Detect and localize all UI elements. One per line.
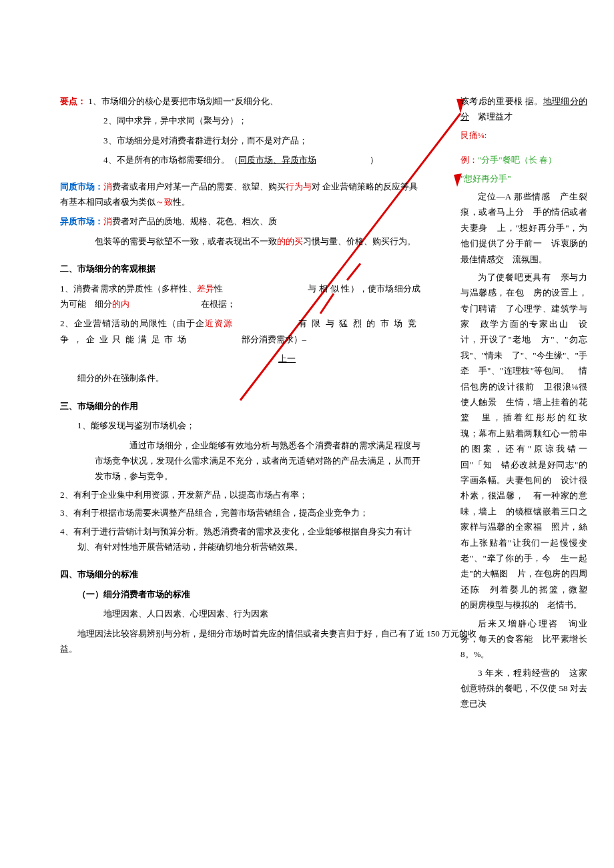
- side-p1: 定位—A 那些情感 产生裂痕，或者马上分 手的情侣或者夫妻身 上，"想好再分手"…: [460, 189, 587, 267]
- yizhi-market: 异质市场：消费者对产品的质地、规格、花色、档次、质: [60, 213, 420, 229]
- sec3-4: 4、有利于进行营销计划与预算分析。熟悉消费者的需求及变化，企业能够根据自身实力有…: [60, 524, 420, 555]
- kp4: 4、不是所有的市场都需要细分。（同质市场、异质市场）: [60, 152, 420, 167]
- sec4-items: 地理因素、人口因素、心理因素、行为因素: [60, 606, 420, 621]
- sec4-body: 地理因法比较容易辨别与分析，是细分市场时首先应的情侣或者夫妻言归于好，自己有了近…: [60, 626, 487, 657]
- keypoints: 要点： 1、市场细分的核心是要把市场划细一"反细分化、: [60, 93, 420, 109]
- side-intro2: 艮痛⅛:: [460, 127, 587, 143]
- example-line: 例："分手"餐吧（长 春）: [460, 152, 587, 167]
- sec2-item2: 2、企业营销活动的局限性（由于企近资源 有限与猛烈的市场竞争，企业只能满足市场 …: [60, 316, 420, 347]
- tongzhi-market: 同质市场：消费者或者用户对某一产品的需要、欲望、购买行为与对 企业营销策略的反应…: [60, 179, 420, 210]
- example-quote: "想好再分手": [460, 171, 587, 186]
- section-2-title: 二、市场细分的客观根据: [60, 261, 420, 276]
- sec3-2: 2、有利于企业集中利用资源，开发新产品，以提高市场占有率；: [60, 487, 420, 502]
- keypoints-label: 要点：: [60, 96, 86, 106]
- main-column: 要点： 1、市场细分的核心是要把市场划细一"反细分化、 2、同中求异，异中求同（…: [60, 93, 420, 661]
- section-4-title: 四、市场细分的标准: [60, 566, 420, 582]
- sec3-3: 3、有利于根据市场需要来调整产品组合，完善市场营销组合，提高企业竞争力；: [60, 505, 420, 520]
- sec2-item1: 1、消费者需求的异质性（多样性、差异性 与 相 似 性），使市场细分成为可能 细…: [60, 281, 420, 312]
- side-column: 该考虑的重要根 据。地理细分的分 紧理益才 艮痛⅛: 例："分手"餐吧（长 春）…: [460, 93, 587, 715]
- side-p3: 后来又增辟心理咨 询业务，每天的食客能 比平素增长 8。%。: [460, 616, 587, 663]
- sec2-up: 上一: [154, 351, 420, 366]
- kp1: 1、市场细分的核心是要把市场划细一"反细分化、: [88, 96, 278, 106]
- side-p2: 为了使餐吧更具有 亲与力与温馨感，在包 房的设置上，专门聘请 了心理学、建筑学与…: [460, 270, 587, 613]
- section-3-title: 三、市场细分的作用: [60, 398, 420, 414]
- side-p4: 3 年来，程莉经营的 这家创意特殊的餐吧，不仅使 58 对去意已决: [460, 665, 587, 712]
- yizhi-cont: 包装等的需要与欲望不一致，或者表现出不一致的的买习惯与量、价格、购买行为。: [60, 234, 420, 249]
- kp3: 3、市场细分是对消费者群进行划分，而不是对产品；: [60, 133, 420, 148]
- sec4-sub: （一）细分消费者市场的标准: [60, 586, 420, 602]
- side-intro: 该考虑的重要根 据。地理细分的分 紧理益才: [460, 93, 587, 125]
- sec3-1-body: 通过市场细分，企业能够有效地分析与熟悉各个消费者群的需求满足程度与市场竞争状况，…: [60, 438, 420, 484]
- kp2: 2、同中求异，异中求同（聚与分）；: [60, 113, 420, 128]
- sec2-item3: 细分的外在强制条件。: [60, 370, 420, 386]
- sec3-1: 1、能够发现与鉴别市场机会；: [60, 418, 420, 433]
